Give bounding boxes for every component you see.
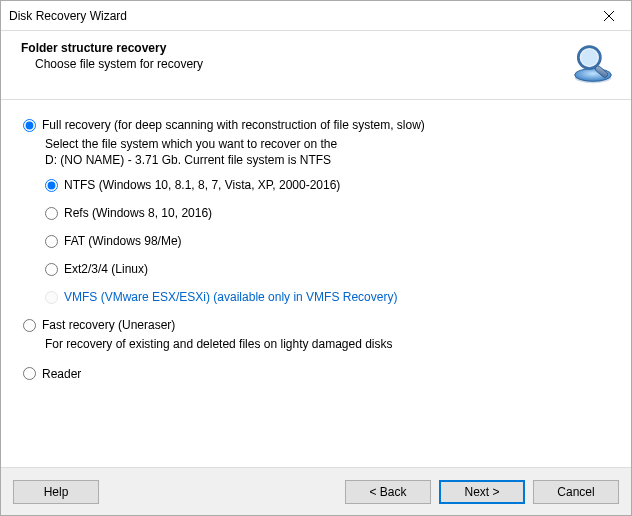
radio-fat[interactable]: [45, 235, 58, 248]
radio-full-recovery[interactable]: [23, 119, 36, 132]
window-title: Disk Recovery Wizard: [9, 9, 127, 23]
back-button[interactable]: < Back: [345, 480, 431, 504]
label-refs[interactable]: Refs (Windows 8, 10, 2016): [64, 206, 212, 220]
header-text: Folder structure recovery Choose file sy…: [21, 41, 203, 71]
close-button[interactable]: [586, 1, 631, 31]
label-fat[interactable]: FAT (Windows 98/Me): [64, 234, 182, 248]
help-button[interactable]: Help: [13, 480, 99, 504]
label-ntfs[interactable]: NTFS (Windows 10, 8.1, 8, 7, Vista, XP, …: [64, 178, 340, 192]
label-ext[interactable]: Ext2/3/4 (Linux): [64, 262, 148, 276]
full-desc-line2: D: (NO NAME) - 3.71 Gb. Current file sys…: [45, 152, 609, 168]
radio-fast-recovery[interactable]: [23, 319, 36, 332]
magnifier-disk-icon: [571, 41, 615, 85]
wizard-header: Folder structure recovery Choose file sy…: [1, 31, 631, 100]
mode-full-recovery[interactable]: Full recovery (for deep scanning with re…: [23, 118, 609, 132]
radio-ntfs[interactable]: [45, 179, 58, 192]
title-bar: Disk Recovery Wizard: [1, 1, 631, 31]
radio-refs[interactable]: [45, 207, 58, 220]
full-desc-line1: Select the file system which you want to…: [45, 136, 609, 152]
fs-vmfs: VMFS (VMware ESX/ESXi) (available only i…: [45, 290, 609, 304]
label-reader[interactable]: Reader: [42, 367, 81, 381]
page-title: Folder structure recovery: [21, 41, 203, 55]
wizard-footer: Help < Back Next > Cancel: [1, 467, 631, 515]
filesystem-options: NTFS (Windows 10, 8.1, 8, 7, Vista, XP, …: [45, 178, 609, 304]
next-button[interactable]: Next >: [439, 480, 525, 504]
cancel-button[interactable]: Cancel: [533, 480, 619, 504]
fs-refs[interactable]: Refs (Windows 8, 10, 2016): [45, 206, 609, 220]
label-vmfs: VMFS (VMware ESX/ESXi) (available only i…: [64, 290, 397, 304]
close-icon: [604, 11, 614, 21]
page-subtitle: Choose file system for recovery: [35, 57, 203, 71]
full-recovery-desc: Select the file system which you want to…: [45, 136, 609, 168]
content-area: Full recovery (for deep scanning with re…: [1, 100, 631, 467]
radio-vmfs: [45, 291, 58, 304]
mode-reader[interactable]: Reader: [23, 367, 609, 381]
footer-right: < Back Next > Cancel: [345, 480, 619, 504]
label-full-recovery[interactable]: Full recovery (for deep scanning with re…: [42, 118, 425, 132]
radio-reader[interactable]: [23, 367, 36, 380]
mode-fast-recovery[interactable]: Fast recovery (Uneraser): [23, 318, 609, 332]
svg-point-5: [581, 49, 598, 66]
radio-ext[interactable]: [45, 263, 58, 276]
fs-fat[interactable]: FAT (Windows 98/Me): [45, 234, 609, 248]
fs-ext[interactable]: Ext2/3/4 (Linux): [45, 262, 609, 276]
label-fast-recovery[interactable]: Fast recovery (Uneraser): [42, 318, 175, 332]
fast-recovery-desc: For recovery of existing and deleted fil…: [45, 336, 609, 352]
fs-ntfs[interactable]: NTFS (Windows 10, 8.1, 8, 7, Vista, XP, …: [45, 178, 609, 192]
